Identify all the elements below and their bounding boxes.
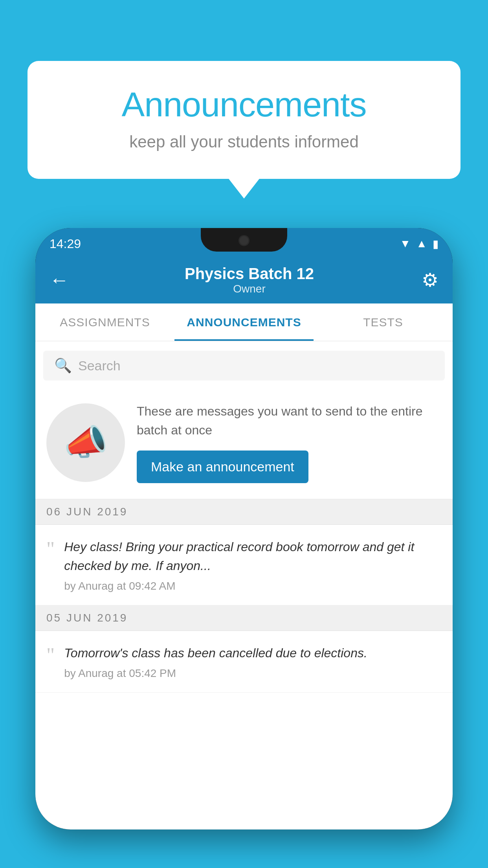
search-bar[interactable]: 🔍 Search xyxy=(43,351,445,381)
phone-screen: 🔍 Search 📣 These are messages you want t… xyxy=(35,341,453,829)
tab-tests[interactable]: TESTS xyxy=(314,303,453,341)
announcement-content-2: Tomorrow's class has been cancelled due … xyxy=(64,644,442,680)
announcement-text-2: Tomorrow's class has been cancelled due … xyxy=(64,644,442,662)
back-button[interactable]: ← xyxy=(50,268,69,291)
make-announcement-button[interactable]: Make an announcement xyxy=(137,451,308,483)
speech-bubble: Announcements keep all your students inf… xyxy=(28,61,460,179)
front-camera xyxy=(238,235,250,246)
app-bar: ← Physics Batch 12 Owner ⚙ xyxy=(35,256,453,303)
app-bar-title: Physics Batch 12 xyxy=(77,265,422,283)
wifi-icon: ▼ xyxy=(400,237,411,250)
settings-icon[interactable]: ⚙ xyxy=(422,269,438,291)
announcement-text-1: Hey class! Bring your practical record b… xyxy=(64,537,442,575)
megaphone-icon: 📣 xyxy=(64,422,108,463)
app-bar-subtitle: Owner xyxy=(77,283,422,295)
promo-description: These are messages you want to send to t… xyxy=(137,402,442,440)
app-bar-title-container: Physics Batch 12 Owner xyxy=(77,265,422,295)
announcement-promo: 📣 These are messages you want to send to… xyxy=(35,390,453,499)
announcement-meta-1: by Anurag at 09:42 AM xyxy=(64,580,442,592)
speech-bubble-subtitle: keep all your students informed xyxy=(59,132,429,151)
status-time: 14:29 xyxy=(50,237,81,251)
date-separator-1: 06 JUN 2019 xyxy=(35,499,453,525)
signal-icon: ▲ xyxy=(416,237,427,250)
tab-bar: ASSIGNMENTS ANNOUNCEMENTS TESTS xyxy=(35,303,453,341)
search-icon: 🔍 xyxy=(54,357,72,374)
promo-content: These are messages you want to send to t… xyxy=(137,402,442,483)
phone-notch xyxy=(201,228,287,252)
battery-icon: ▮ xyxy=(433,237,438,250)
status-icons: ▼ ▲ ▮ xyxy=(400,237,438,250)
announcement-item-1[interactable]: " Hey class! Bring your practical record… xyxy=(35,525,453,605)
quote-icon-2: " xyxy=(46,645,55,666)
tab-assignments[interactable]: ASSIGNMENTS xyxy=(35,303,174,341)
tab-announcements[interactable]: ANNOUNCEMENTS xyxy=(174,303,314,341)
announcement-meta-2: by Anurag at 05:42 PM xyxy=(64,667,442,680)
promo-icon-circle: 📣 xyxy=(46,403,125,482)
phone-container: 14:29 ▼ ▲ ▮ ← Physics Batch 12 Owner ⚙ A… xyxy=(35,228,453,868)
search-placeholder: Search xyxy=(78,358,121,373)
announcement-item-2[interactable]: " Tomorrow's class has been cancelled du… xyxy=(35,631,453,693)
quote-icon-1: " xyxy=(46,539,55,559)
announcement-content-1: Hey class! Bring your practical record b… xyxy=(64,537,442,592)
phone-body: 14:29 ▼ ▲ ▮ ← Physics Batch 12 Owner ⚙ A… xyxy=(35,228,453,829)
speech-bubble-title: Announcements xyxy=(59,85,429,125)
date-separator-2: 05 JUN 2019 xyxy=(35,605,453,631)
speech-bubble-container: Announcements keep all your students inf… xyxy=(28,61,460,179)
